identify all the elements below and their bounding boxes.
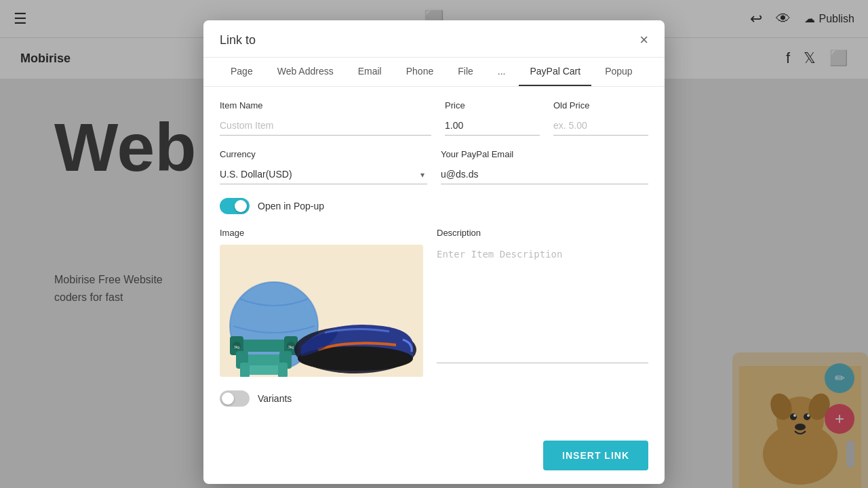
link-to-modal: Link to × Page Web Address Email Phone F… (203, 20, 665, 484)
tab-paypal-cart[interactable]: PayPal Cart (519, 58, 591, 86)
old-price-label: Old Price (553, 100, 648, 110)
fitness-image: 3kg 3kg (220, 245, 423, 377)
currency-label: Currency (220, 149, 427, 159)
tab-popup[interactable]: Popup (594, 58, 643, 86)
insert-link-button[interactable]: INSERT LINK (543, 441, 648, 470)
currency-select-wrapper: U.S. Dollar(USD) Euro(EUR) British Pound… (220, 165, 427, 184)
image-label: Image (220, 228, 423, 238)
tab-email[interactable]: Email (347, 58, 393, 86)
open-popup-row: Open in Pop-up (220, 198, 648, 214)
variants-label: Variants (258, 393, 292, 404)
tab-page[interactable]: Page (220, 58, 264, 86)
open-popup-toggle[interactable] (220, 198, 250, 214)
modal-body: Item Name Price Old Price Currency U.S. … (203, 87, 665, 434)
old-price-input[interactable] (553, 116, 648, 136)
row-item-price: Item Name Price Old Price (220, 100, 648, 136)
variants-toggle-thumb (222, 392, 234, 405)
toggle-thumb (235, 200, 247, 212)
price-label: Price (445, 100, 540, 110)
currency-select[interactable]: U.S. Dollar(USD) Euro(EUR) British Pound… (220, 165, 427, 184)
modal-title: Link to (220, 33, 256, 47)
variants-row: Variants (220, 390, 648, 407)
item-name-input[interactable] (220, 116, 431, 136)
description-textarea[interactable] (437, 245, 648, 363)
variants-toggle[interactable] (220, 390, 250, 407)
description-section: Description (437, 228, 648, 377)
open-popup-label: Open in Pop-up (258, 201, 324, 211)
row-currency-email: Currency U.S. Dollar(USD) Euro(EUR) Brit… (220, 149, 648, 184)
tab-phone[interactable]: Phone (395, 58, 444, 86)
image-section: Image (220, 228, 423, 377)
paypal-email-group: Your PayPal Email (441, 149, 648, 184)
tab-file[interactable]: File (447, 58, 484, 86)
modal-tabs: Page Web Address Email Phone File ... Pa… (203, 58, 665, 87)
description-label: Description (437, 228, 648, 238)
svg-rect-20 (240, 363, 250, 377)
image-desc-row: Image (220, 228, 648, 377)
tab-web-address[interactable]: Web Address (267, 58, 344, 86)
paypal-email-input[interactable] (441, 165, 648, 184)
currency-group: Currency U.S. Dollar(USD) Euro(EUR) Brit… (220, 149, 427, 184)
tab-more[interactable]: ... (487, 58, 517, 86)
svg-text:3kg: 3kg (288, 345, 294, 349)
modal-header: Link to × (203, 20, 665, 58)
modal-footer: INSERT LINK (203, 434, 665, 470)
price-group: Price (445, 100, 540, 136)
old-price-group: Old Price (553, 100, 648, 136)
svg-rect-21 (278, 363, 288, 377)
paypal-email-label: Your PayPal Email (441, 149, 648, 159)
item-name-group: Item Name (220, 100, 431, 136)
item-name-label: Item Name (220, 100, 431, 110)
modal-close-button[interactable]: × (639, 33, 648, 47)
price-input[interactable] (445, 116, 540, 136)
svg-text:3kg: 3kg (234, 345, 239, 349)
image-preview[interactable]: 3kg 3kg (220, 245, 423, 377)
